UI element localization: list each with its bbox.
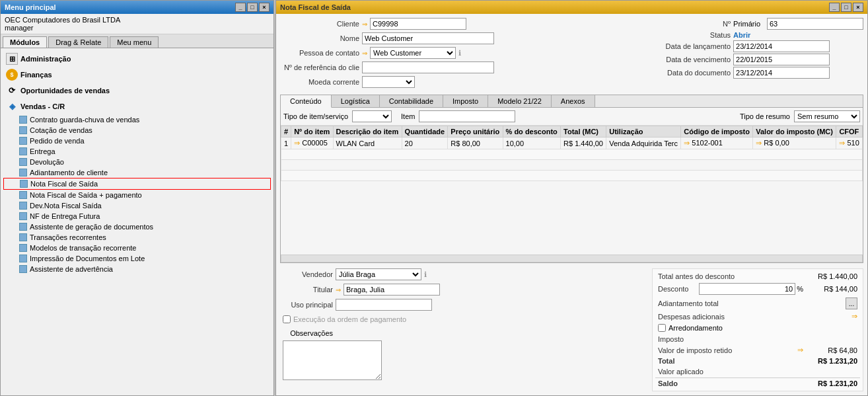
uso-principal-input[interactable] xyxy=(336,299,432,311)
titular-arrow: ⇒ xyxy=(336,286,341,294)
cfof-value: 510 xyxy=(847,139,859,147)
item-icon-dev-nota xyxy=(19,202,27,210)
table-scrollbar[interactable] xyxy=(281,255,863,262)
pessoa-contato-select[interactable]: Web Customer xyxy=(370,47,456,59)
empty-row-3 xyxy=(281,171,863,181)
section-vendas[interactable]: ◈ Vendas - C/R xyxy=(3,99,271,114)
nome-input[interactable] xyxy=(362,32,494,44)
item-icon-entrega xyxy=(19,147,27,155)
valor-imposto-value: R$ 0,00 xyxy=(764,139,789,147)
menu-item-label-nf-entrega: NF de Entrega Futura xyxy=(30,212,100,220)
item-input[interactable] xyxy=(419,110,515,122)
menu-item-entrega[interactable]: Entrega xyxy=(3,146,271,157)
item-icon-devolucao xyxy=(19,158,27,166)
bottom-left: Vendedor Júlia Braga ℹ Titular ⇒ Uso pri… xyxy=(280,268,647,391)
menu-item-assistente-adv[interactable]: Assistente de advertência xyxy=(3,264,271,274)
menu-item-cotacao[interactable]: Cotação de vendas xyxy=(3,125,271,136)
cell-valor-imposto: ⇒ R$ 0,00 xyxy=(753,138,836,149)
menu-item-adiantamento[interactable]: Adiantamento de cliente xyxy=(3,167,271,178)
menu-item-contrato[interactable]: Contrato guarda-chuva de vendas xyxy=(3,114,271,125)
item-icon-cotacao xyxy=(19,126,27,134)
tab-modelo[interactable]: Modelo 21/22 xyxy=(488,95,552,107)
tab-imposto[interactable]: Imposto xyxy=(443,95,488,107)
tipo-item-select[interactable] xyxy=(352,110,392,122)
nome-row: Nome xyxy=(280,32,634,44)
menu-item-label-adiantamento: Adiantamento de cliente xyxy=(30,169,108,177)
moeda-select[interactable] xyxy=(362,76,415,88)
menu-item-label-transacoes: Transações recorrentes xyxy=(30,233,106,241)
execucao-label: Execução da ordem de pagamento xyxy=(293,315,406,323)
data-vencimento-row: Data de vencimento xyxy=(645,54,863,65)
section-administracao[interactable]: ⊞ Administração xyxy=(3,51,271,67)
saldo-value: R$ 1.231,20 xyxy=(805,379,857,387)
adiantamento-label: Adiantamento total xyxy=(658,299,719,307)
menu-item-transacoes[interactable]: Transações recorrentes xyxy=(3,232,271,243)
tab-anexos[interactable]: Anexos xyxy=(552,95,595,107)
col-nr-item: Nº do item xyxy=(291,126,333,138)
tab-logistica[interactable]: Logística xyxy=(332,95,380,107)
saldo-row: Saldo R$ 1.231,20 xyxy=(655,377,860,388)
menu-item-nf-entrega[interactable]: NF de Entrega Futura xyxy=(3,211,271,221)
item-icon-modelos xyxy=(19,244,27,252)
titular-row: Titular ⇒ xyxy=(280,284,647,296)
header-section: Cliente ⇒ Nome Pessoa de contato ⇒ Web C… xyxy=(280,18,863,89)
cell-nr-item: ⇒ C00005 xyxy=(291,138,333,149)
col-preco: Preço unitário xyxy=(448,126,503,138)
left-tabs-bar: Módulos Drag & Relate Meu menu xyxy=(1,34,273,48)
observacoes-textarea[interactable] xyxy=(283,340,382,380)
table-wrapper: # Nº do item Descrição do item Quantidad… xyxy=(281,126,863,253)
tipo-resumo-label: Tipo de resumo xyxy=(740,112,790,120)
tipo-resumo-select[interactable]: Sem resumo xyxy=(794,110,860,122)
section-financas[interactable]: $ Finanças xyxy=(3,67,271,83)
section-oportunidades[interactable]: ⟳ Oportunidades de vendas xyxy=(3,83,271,99)
menu-item-pedido[interactable]: Pedido de venda xyxy=(3,136,271,146)
adiantamento-btn[interactable]: ... xyxy=(846,297,857,309)
menu-item-impressao[interactable]: Impressão de Documentos em Lote xyxy=(3,253,271,264)
menu-item-nota-fiscal[interactable]: Nota Fiscal de Saída xyxy=(3,178,271,190)
uso-principal-label: Uso principal xyxy=(280,301,333,309)
tab-meu-menu[interactable]: Meu menu xyxy=(110,36,159,48)
nr-ref-input[interactable] xyxy=(362,61,494,73)
menu-item-modelos[interactable]: Modelos de transação recorrente xyxy=(3,243,271,253)
nr-ref-row: Nº de referência do clie xyxy=(280,61,634,73)
cliente-input[interactable] xyxy=(370,18,466,30)
vendedor-select[interactable]: Júlia Braga xyxy=(336,268,421,280)
numero-input[interactable] xyxy=(767,18,863,30)
right-minimize-btn[interactable]: _ xyxy=(829,3,840,12)
data-lancamento-row: Data de lançamento xyxy=(645,40,863,52)
despesas-label: Despesas adicionais xyxy=(658,313,725,321)
data-documento-input[interactable] xyxy=(733,67,830,79)
tab-contabilidade[interactable]: Contabilidade xyxy=(380,95,443,107)
right-restore-btn[interactable]: □ xyxy=(841,3,851,12)
menu-item-devolucao[interactable]: Devolução xyxy=(3,157,271,167)
tab-modulos[interactable]: Módulos xyxy=(3,36,47,48)
restore-btn[interactable]: □ xyxy=(247,3,258,12)
right-close-btn[interactable]: × xyxy=(853,3,863,12)
tab-conteudo[interactable]: Conteúdo xyxy=(281,95,332,108)
close-btn[interactable]: × xyxy=(259,3,270,12)
right-content: Cliente ⇒ Nome Pessoa de contato ⇒ Web C… xyxy=(276,14,867,395)
left-title: Menu principal xyxy=(5,3,56,11)
data-lancamento-input[interactable] xyxy=(733,40,830,52)
data-vencimento-input[interactable] xyxy=(733,54,830,65)
tab-drag-relate[interactable]: Drag & Relate xyxy=(48,36,108,48)
execucao-checkbox[interactable] xyxy=(283,315,291,323)
arredondamento-label: Arredondamento xyxy=(669,324,723,332)
valor-aplicado-label: Valor aplicado xyxy=(658,368,704,376)
numero-primario-label: Primário xyxy=(733,20,760,28)
cliente-label: Cliente xyxy=(280,20,359,28)
arredondamento-checkbox[interactable] xyxy=(658,324,666,332)
menu-item-assistente-geracao[interactable]: Assistente de geração de documentos xyxy=(3,221,271,232)
minimize-btn[interactable]: _ xyxy=(235,3,246,12)
codigo-imposto-arrow: ⇒ xyxy=(684,139,690,147)
menu-item-dev-nota[interactable]: Dev.Nota Fiscal Saída xyxy=(3,200,271,211)
desconto-percent-input[interactable] xyxy=(699,283,795,295)
item-icon-nota-fiscal xyxy=(20,180,28,188)
titular-input[interactable] xyxy=(344,284,440,296)
nr-item-value: C00005 xyxy=(302,139,328,147)
table-row[interactable]: 1 ⇒ C00005 WLAN Card 20 R$ 80,00 10,00 R… xyxy=(281,138,863,149)
pessoa-contato-row: Pessoa de contato ⇒ Web Customer ℹ xyxy=(280,47,634,59)
menu-item-nota-fiscal-pag[interactable]: Nota Fiscal de Saída + pagamento xyxy=(3,190,271,200)
data-lancamento-label: Data de lançamento xyxy=(645,42,731,50)
total-antes-desconto-row: Total antes do desconto R$ 1.440,00 xyxy=(655,272,860,281)
